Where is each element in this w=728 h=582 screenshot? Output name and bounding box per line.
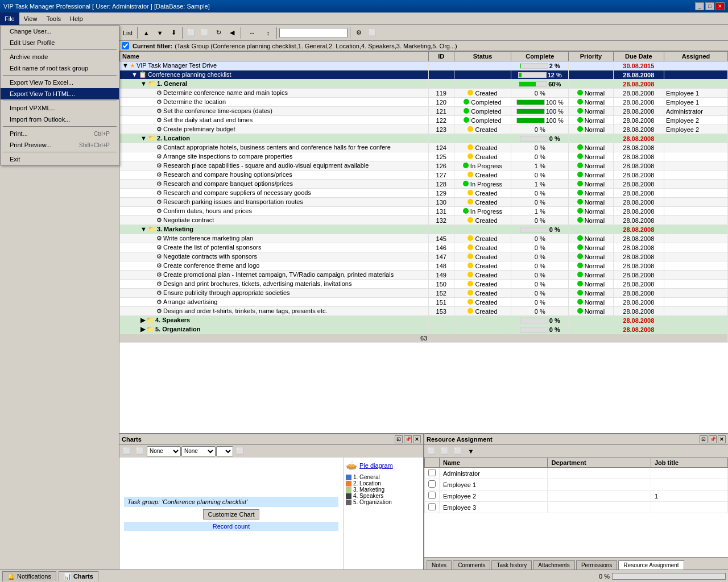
table-row[interactable]: ▼📁1. General60%28.08.2008 bbox=[120, 80, 728, 89]
tab-attachments[interactable]: Attachments bbox=[533, 560, 575, 569]
menu-edit-user-profile[interactable]: Edit User Profile bbox=[1, 37, 119, 48]
res-tb-btn4[interactable]: ▼ bbox=[465, 445, 477, 458]
table-row[interactable]: ⚙Research parking issues and transportat… bbox=[120, 198, 728, 207]
table-row[interactable]: ⚙Confirm dates, hours and prices131In Pr… bbox=[120, 207, 728, 216]
tb-btn5[interactable]: ⬜ bbox=[366, 27, 379, 39]
table-row[interactable]: ▼📋Conference planning checklist12 %28.08… bbox=[120, 70, 728, 80]
menu-export-html[interactable]: Export View To HTML... bbox=[1, 88, 119, 99]
charts-restore-btn[interactable]: ⊡ bbox=[395, 435, 403, 443]
expand-icon[interactable]: ▼ bbox=[122, 62, 129, 69]
tb-refresh-btn[interactable]: ↻ bbox=[212, 27, 225, 39]
table-row[interactable]: ▼📁2. Location0 %28.08.2008 bbox=[120, 134, 728, 143]
tab-permissions[interactable]: Permissions bbox=[576, 560, 617, 569]
window-controls[interactable]: _ □ ✕ bbox=[695, 2, 725, 10]
tb-btn3[interactable]: ⬜ bbox=[185, 27, 197, 39]
resource-row[interactable]: Employee 1 bbox=[425, 479, 728, 490]
charts-header-btns[interactable]: ⊡ 📌 ✕ bbox=[395, 435, 421, 443]
resource-row[interactable]: Employee 3 bbox=[425, 502, 728, 513]
task-table-wrapper[interactable]: Name ID Status Complete Priority Due Dat… bbox=[119, 51, 728, 433]
res-tb-btn3[interactable]: ⬜ bbox=[452, 445, 464, 458]
menu-view[interactable]: View bbox=[19, 13, 42, 25]
tb-up-btn[interactable]: ▲ bbox=[140, 27, 152, 39]
resource-header-btns[interactable]: ⊡ 📌 ✕ bbox=[700, 435, 726, 443]
tb-down-btn[interactable]: ▼ bbox=[154, 27, 166, 39]
expand-icon[interactable]: ▼ bbox=[140, 80, 147, 87]
res-checkbox[interactable] bbox=[428, 469, 436, 476]
tb-filter-btn[interactable]: ⚙ bbox=[353, 27, 365, 39]
res-check-cell[interactable] bbox=[425, 479, 440, 490]
tb-btn4[interactable]: ⬜ bbox=[198, 27, 211, 39]
res-tb-btn1[interactable]: ⬜ bbox=[425, 445, 438, 458]
table-row[interactable]: ⚙Arrange site inspections to compare pro… bbox=[120, 152, 728, 161]
tb-back-btn[interactable]: ◀ bbox=[226, 27, 238, 39]
resource-restore-btn[interactable]: ⊡ bbox=[700, 435, 708, 443]
close-btn[interactable]: ✕ bbox=[715, 2, 725, 10]
table-row[interactable]: ⚙Create promotional plan - Internet camp… bbox=[120, 271, 728, 280]
table-row[interactable]: ▼📁3. Marketing0 %28.08.2008 bbox=[120, 225, 728, 234]
table-row[interactable]: ⚙Research and compare housing options/pr… bbox=[120, 171, 728, 180]
tab-resource-assignment[interactable]: Resource Assignment bbox=[618, 560, 684, 569]
table-row[interactable]: ⚙Negotiate contracts with sponsors147Cre… bbox=[120, 252, 728, 261]
menu-archive-mode[interactable]: Archive mode bbox=[1, 51, 119, 63]
charts-tb-btn1[interactable]: ⬜ bbox=[121, 445, 133, 458]
tb-expand-btn[interactable]: ↔ bbox=[243, 27, 260, 39]
menu-print-preview[interactable]: Print Preview... Shift+Ctrl+P bbox=[1, 139, 119, 151]
filter-checkbox[interactable] bbox=[122, 42, 129, 49]
menu-export-excel[interactable]: Export View To Excel... bbox=[1, 77, 119, 88]
customize-chart-btn[interactable]: Customize Chart bbox=[203, 509, 260, 519]
minimize-btn[interactable]: _ bbox=[695, 2, 704, 10]
tb-collapse-btn[interactable]: ↕ bbox=[262, 27, 274, 39]
menu-edit-root-name[interactable]: Edit name of root task group bbox=[1, 63, 119, 74]
resource-row[interactable]: Employee 21 bbox=[425, 490, 728, 502]
table-row[interactable]: ⚙Set the conference time-scopes (dates)1… bbox=[120, 107, 728, 116]
res-tb-btn2[interactable]: ⬜ bbox=[439, 445, 451, 458]
table-row[interactable]: ▶📁4. Speakers0 %28.08.2008 bbox=[120, 316, 728, 325]
table-row[interactable]: ▼★VIP Task Manager Test Drive2 %30.08.20… bbox=[120, 61, 728, 70]
res-checkbox[interactable] bbox=[428, 492, 436, 499]
expand-icon[interactable]: ▼ bbox=[131, 71, 138, 78]
pie-diagram-link[interactable]: 🥧 Pie diagram bbox=[346, 460, 421, 471]
resource-table-area[interactable]: Name Department Job title AdministratorE… bbox=[424, 458, 728, 557]
expand-icon[interactable]: ▼ bbox=[140, 135, 147, 142]
table-row[interactable]: ⚙Write conference marketing plan145Creat… bbox=[120, 234, 728, 243]
menu-print[interactable]: Print... Ctrl+P bbox=[1, 128, 119, 139]
menu-change-user[interactable]: Change User... bbox=[1, 26, 119, 37]
table-row[interactable]: ⚙Ensure publicity through appropriate so… bbox=[120, 289, 728, 298]
table-row[interactable]: ⚙Research place capabilities - square an… bbox=[120, 161, 728, 171]
tab-notes[interactable]: Notes bbox=[427, 560, 452, 569]
expand-icon[interactable]: ▶ bbox=[140, 317, 145, 323]
maximize-btn[interactable]: □ bbox=[705, 2, 714, 10]
table-row[interactable]: ⚙Create the list of potential sponsors14… bbox=[120, 243, 728, 252]
tab-notifications[interactable]: 🔔 Notifications bbox=[2, 571, 56, 581]
charts-tb-btn3[interactable]: ⬜ bbox=[234, 445, 246, 458]
table-row[interactable]: ⚙Design and order t-shirts, trinkets, na… bbox=[120, 307, 728, 316]
charts-type-select[interactable]: None bbox=[147, 446, 181, 456]
res-check-cell[interactable] bbox=[425, 468, 440, 479]
res-check-cell[interactable] bbox=[425, 490, 440, 502]
table-row[interactable]: ⚙Create conference theme and logo148Crea… bbox=[120, 261, 728, 271]
res-checkbox[interactable] bbox=[428, 480, 436, 488]
table-row[interactable]: ⚙Research and compare suppliers of neces… bbox=[120, 189, 728, 198]
menu-file[interactable]: File bbox=[0, 13, 19, 25]
table-row[interactable]: ⚙Set the daily start and end times122Com… bbox=[120, 116, 728, 125]
charts-pin-btn[interactable]: 📌 bbox=[404, 435, 412, 443]
tb-down2-btn[interactable]: ⬇ bbox=[167, 27, 180, 39]
resource-close-btn[interactable]: ✕ bbox=[718, 435, 726, 443]
table-row[interactable]: ⚙Design and print brochures, tickets, ad… bbox=[120, 280, 728, 289]
table-row[interactable]: ⚙Determine the location120Completed100 %… bbox=[120, 98, 728, 107]
charts-sub-select[interactable] bbox=[216, 446, 233, 456]
menu-import-vpxml[interactable]: Import VPXML... bbox=[1, 102, 119, 114]
menu-import-outlook[interactable]: Import from Outlook... bbox=[1, 114, 119, 125]
table-row[interactable]: ▶📁5. Organization0 %28.08.2008 bbox=[120, 325, 728, 334]
res-check-cell[interactable] bbox=[425, 502, 440, 513]
res-checkbox[interactable] bbox=[428, 503, 436, 510]
menu-help[interactable]: Help bbox=[65, 13, 88, 25]
tab-charts[interactable]: 📊 Charts bbox=[59, 571, 98, 581]
tab-task-history[interactable]: Task history bbox=[491, 560, 532, 569]
menu-exit[interactable]: Exit bbox=[1, 153, 119, 165]
table-row[interactable]: ⚙Negotiate contract132Created0 %Normal28… bbox=[120, 216, 728, 225]
charts-group-select[interactable]: None bbox=[181, 446, 216, 456]
tb-search-input[interactable] bbox=[279, 28, 348, 38]
tab-comments[interactable]: Comments bbox=[453, 560, 490, 569]
expand-icon[interactable]: ▼ bbox=[140, 226, 147, 232]
